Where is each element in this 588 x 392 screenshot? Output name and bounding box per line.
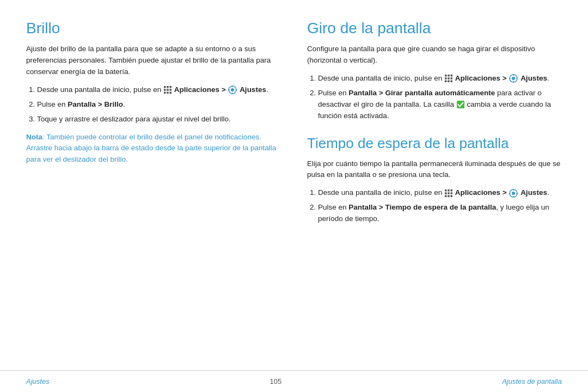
svg-rect-34 <box>445 192 447 194</box>
svg-point-43 <box>513 196 514 197</box>
footer-left: Ajustes <box>26 377 50 385</box>
svg-rect-19 <box>448 78 450 80</box>
footer: Ajustes 105 Ajustes de pantalla <box>0 370 588 392</box>
settings-icon-1 <box>228 85 237 94</box>
svg-rect-8 <box>169 92 171 94</box>
svg-rect-31 <box>445 189 447 192</box>
svg-rect-35 <box>448 192 450 194</box>
svg-rect-23 <box>450 81 452 83</box>
giro-step2-bold: Pantalla > Girar pantalla automáticament… <box>348 89 495 97</box>
tiempo-steps: Desde una pantalla de inicio, pulse en <box>318 187 562 225</box>
svg-rect-2 <box>169 86 171 88</box>
svg-rect-7 <box>167 92 169 94</box>
tiempo-step2-bold: Pantalla > Tiempo de espera de la pantal… <box>348 203 496 211</box>
brillo-step1-ajustes-label: Ajustes <box>240 85 266 94</box>
svg-point-12 <box>232 93 233 94</box>
svg-point-14 <box>236 89 237 90</box>
svg-rect-21 <box>445 81 447 83</box>
svg-point-11 <box>232 86 233 87</box>
brillo-step-3: Toque y arrastre el deslizador para ajus… <box>37 114 281 125</box>
svg-point-42 <box>513 189 514 190</box>
svg-rect-33 <box>450 189 452 192</box>
giro-step1-ajustes-label: Ajustes <box>520 74 547 82</box>
tiempo-step-2: Pulse en Pantalla > Tiempo de espera de … <box>318 202 562 225</box>
brillo-step2-period: . <box>123 100 125 108</box>
svg-rect-17 <box>450 75 452 77</box>
tiempo-section: Tiempo de espera de la pantalla Elija po… <box>307 135 562 225</box>
brillo-step1-apps-label: Aplicaciones > <box>174 85 228 94</box>
right-column: Giro de la pantalla Configure la pantall… <box>307 20 562 327</box>
svg-rect-0 <box>164 86 166 88</box>
apps-grid-icon-3 <box>445 189 452 197</box>
brillo-step2-bold: Pantalla > Brillo <box>68 100 123 108</box>
note-label: Nota <box>26 133 42 141</box>
svg-rect-37 <box>445 195 447 197</box>
check-icon <box>457 101 464 108</box>
giro-step1-apps-label: Aplicaciones > <box>455 74 509 82</box>
svg-point-28 <box>510 78 511 79</box>
brillo-step1-period: . <box>266 85 268 94</box>
giro-step1-period: . <box>547 74 549 82</box>
svg-rect-20 <box>450 78 452 80</box>
brillo-step-2: Pulse en Pantalla > Brillo. <box>37 99 281 111</box>
svg-point-26 <box>513 75 514 76</box>
brillo-step2-text1: Pulse en <box>37 100 68 108</box>
brillo-step1-text1: Desde una pantalla de inicio, pulse en <box>37 85 163 94</box>
tiempo-step1-text1: Desde una pantalla de inicio, pulse en <box>318 188 444 197</box>
svg-rect-32 <box>448 189 450 192</box>
brillo-step3-text: Toque y arrastre el deslizador para ajus… <box>37 115 231 123</box>
giro-steps: Desde una pantalla de inicio, pulse en <box>318 73 562 122</box>
svg-point-27 <box>513 82 514 83</box>
svg-rect-4 <box>167 89 169 91</box>
svg-point-13 <box>229 89 230 90</box>
svg-rect-39 <box>450 195 452 197</box>
giro-step2-text1: Pulse en <box>318 89 348 97</box>
tiempo-step1-apps-label: Aplicaciones > <box>455 188 509 197</box>
brillo-step-1: Desde una pantalla de inicio, pulse en <box>37 84 281 96</box>
svg-point-41 <box>512 192 515 195</box>
svg-rect-5 <box>169 89 171 91</box>
svg-rect-3 <box>164 89 166 91</box>
tiempo-step2-text1: Pulse en <box>318 203 348 211</box>
giro-step1-text1: Desde una pantalla de inicio, pulse en <box>318 74 444 82</box>
svg-point-25 <box>512 77 515 80</box>
settings-icon-2 <box>509 74 518 83</box>
svg-rect-1 <box>167 86 169 88</box>
giro-step-1: Desde una pantalla de inicio, pulse en <box>318 73 562 84</box>
main-content: Brillo Ajuste del brillo de la pantalla … <box>0 0 588 359</box>
svg-rect-16 <box>448 75 450 77</box>
brillo-note: Nota: También puede controlar el brillo … <box>26 132 281 166</box>
brillo-title: Brillo <box>26 20 281 37</box>
footer-right: Ajustes de pantalla <box>502 377 562 385</box>
giro-title: Giro de la pantalla <box>307 20 562 37</box>
svg-point-10 <box>231 88 234 91</box>
settings-icon-3 <box>509 189 518 198</box>
left-column: Brillo Ajuste del brillo de la pantalla … <box>26 20 281 327</box>
svg-rect-36 <box>450 192 452 194</box>
brillo-steps: Desde una pantalla de inicio, pulse en <box>37 84 281 125</box>
giro-step-2: Pulse en Pantalla > Girar pantalla autom… <box>318 88 562 122</box>
tiempo-intro: Elija por cuánto tiempo la pantalla perm… <box>307 158 562 181</box>
apps-grid-icon-2 <box>445 75 452 82</box>
svg-point-29 <box>517 78 518 79</box>
note-text: : También puede controlar el brillo desd… <box>26 133 276 164</box>
svg-rect-22 <box>448 81 450 83</box>
brillo-intro: Ajuste del brillo de la pantalla para qu… <box>26 44 281 78</box>
giro-intro: Configure la pantalla para que gire cuan… <box>307 44 562 66</box>
tiempo-step1-ajustes-label: Ajustes <box>520 188 547 197</box>
tiempo-title: Tiempo de espera de la pantalla <box>307 135 562 152</box>
apps-grid-icon <box>164 86 171 94</box>
svg-rect-38 <box>448 195 450 197</box>
svg-point-45 <box>517 193 518 194</box>
svg-rect-18 <box>445 78 447 80</box>
svg-rect-15 <box>445 75 447 77</box>
svg-rect-6 <box>164 92 166 94</box>
footer-page-number: 105 <box>270 377 282 385</box>
svg-point-44 <box>510 193 511 194</box>
tiempo-step1-period: . <box>547 188 549 197</box>
tiempo-step-1: Desde una pantalla de inicio, pulse en <box>318 187 562 199</box>
